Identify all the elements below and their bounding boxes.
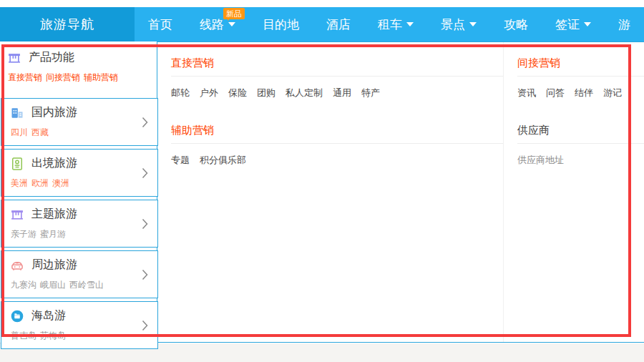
section-auxiliary-marketing: 辅助营销 专题 积分俱乐部 bbox=[171, 124, 503, 167]
nav-item-label: 首页 bbox=[148, 16, 172, 33]
sidebar-item-title: 海岛游 bbox=[31, 308, 66, 323]
nav-item-car-rental[interactable]: 租车 bbox=[364, 7, 427, 41]
menu-link[interactable]: 问答 bbox=[546, 87, 565, 99]
sidebar-sublink[interactable]: 四川 bbox=[11, 127, 28, 139]
section-title: 直接营销 bbox=[171, 57, 503, 77]
sidebar-sublink[interactable]: 间接营销 bbox=[46, 72, 80, 84]
sidebar-item-product-features[interactable]: 产品功能 直接营销 间接营销 辅助营销 bbox=[0, 41, 157, 95]
sidebar-sublinks: 亲子游 蜜月游 bbox=[10, 228, 157, 240]
menu-link[interactable]: 通用 bbox=[333, 87, 351, 99]
nav-item-label: 游 bbox=[618, 16, 630, 33]
sidebar-sublink[interactable]: 峨眉山 bbox=[40, 279, 66, 291]
section-title: 间接营销 bbox=[517, 57, 644, 77]
sidebar-sublink[interactable]: 苏梅岛 bbox=[40, 330, 66, 342]
chevron-right-icon bbox=[142, 269, 148, 280]
nav-item-guides[interactable]: 攻略 bbox=[490, 7, 542, 41]
bridge-icon bbox=[7, 51, 21, 65]
chevron-right-icon bbox=[142, 320, 148, 331]
sidebar-item-island-travel[interactable]: 海岛游 普吉岛 苏梅岛 bbox=[1, 301, 158, 349]
sidebar-sublink[interactable]: 欧洲 bbox=[31, 177, 49, 190]
sidebar-item-outbound-travel[interactable]: 出境旅游 美洲 欧洲 澳洲 bbox=[1, 149, 158, 197]
sidebar-sublink[interactable]: 辅助营销 bbox=[84, 72, 118, 84]
nav-item-label: 目的地 bbox=[263, 16, 299, 33]
sidebar-item-title: 出境旅游 bbox=[31, 156, 77, 171]
nav-item-label: 酒店 bbox=[326, 16, 351, 33]
caret-down-icon bbox=[584, 22, 591, 26]
nav-item-routes[interactable]: 线路 新品 bbox=[186, 7, 249, 41]
nav-item-label: 租车 bbox=[378, 16, 402, 33]
menu-link[interactable]: 游记 bbox=[603, 87, 622, 99]
menu-link[interactable]: 团购 bbox=[257, 87, 275, 99]
mega-menu-panel: 直接营销 邮轮 户外 保险 团购 私人定制 通用 特产 辅助营销 专题 积分俱乐… bbox=[157, 41, 644, 343]
nav-menu: 首页 线路 新品 目的地 酒店 租车 景点 攻略 签证 游 bbox=[135, 7, 644, 41]
sidebar-item-theme-travel[interactable]: 主题旅游 亲子游 蜜月游 bbox=[1, 200, 158, 248]
new-badge: 新品 bbox=[223, 8, 245, 19]
menu-link[interactable]: 保险 bbox=[228, 87, 247, 99]
sidebar-sublink[interactable]: 澳洲 bbox=[52, 177, 69, 190]
caret-down-icon bbox=[406, 22, 414, 26]
nav-item-label: 景点 bbox=[441, 16, 465, 33]
section-links: 资讯 问答 结伴 游记 bbox=[517, 77, 644, 99]
sidebar-sublinks: 四川 西藏 bbox=[10, 127, 157, 139]
nav-item-destinations[interactable]: 目的地 bbox=[249, 7, 313, 41]
passport-icon bbox=[10, 157, 24, 171]
sidebar-sublink[interactable]: 西岭雪山 bbox=[69, 279, 104, 291]
menu-link[interactable]: 邮轮 bbox=[171, 87, 190, 99]
section-links: 供应商地址 bbox=[517, 144, 644, 167]
sidebar-sublink[interactable]: 亲子游 bbox=[11, 228, 36, 240]
sidebar-item-title: 国内旅游 bbox=[31, 105, 77, 120]
sidebar-sublink[interactable]: 直接营销 bbox=[8, 72, 42, 84]
caret-down-icon bbox=[469, 22, 477, 26]
sidebar-sublink[interactable]: 蜜月游 bbox=[40, 228, 66, 240]
section-links: 专题 积分俱乐部 bbox=[171, 144, 503, 167]
menu-link[interactable]: 户外 bbox=[200, 87, 218, 99]
nav-item-label: 攻略 bbox=[504, 16, 528, 33]
chevron-right-icon bbox=[142, 117, 148, 127]
sidebar-item-title: 产品功能 bbox=[29, 50, 74, 65]
menu-link[interactable]: 资讯 bbox=[517, 87, 536, 99]
section-title: 供应商 bbox=[517, 124, 644, 144]
sidebar-sublink[interactable]: 九寨沟 bbox=[11, 279, 36, 291]
sidebar-sublink[interactable]: 美洲 bbox=[11, 177, 28, 190]
category-sidebar: 产品功能 直接营销 间接营销 辅助营销 国内旅游 bbox=[0, 41, 157, 343]
sidebar-sublink[interactable]: 普吉岛 bbox=[11, 330, 36, 342]
sidebar-item-domestic-travel[interactable]: 国内旅游 四川 西藏 bbox=[1, 98, 158, 146]
sidebar-sublink[interactable]: 西藏 bbox=[31, 127, 49, 139]
nav-item-clipped[interactable]: 游 bbox=[605, 7, 644, 41]
sidebar-sublinks: 普吉岛 苏梅岛 bbox=[10, 330, 157, 342]
island-folder-icon bbox=[10, 309, 24, 323]
sidebar-item-nearby-travel[interactable]: 周边旅游 九寨沟 峨眉山 西岭雪山 bbox=[1, 250, 158, 298]
sidebar-item-title: 周边旅游 bbox=[31, 258, 77, 273]
arch-gate-icon bbox=[10, 207, 24, 222]
section-links: 邮轮 户外 保险 团购 私人定制 通用 特产 bbox=[171, 77, 503, 99]
car-icon bbox=[10, 258, 24, 273]
menu-link[interactable]: 供应商地址 bbox=[517, 154, 564, 167]
menu-link[interactable]: 特产 bbox=[361, 87, 380, 99]
chevron-right-icon bbox=[142, 218, 148, 229]
nav-item-label: 签证 bbox=[555, 16, 580, 33]
nav-item-home[interactable]: 首页 bbox=[135, 7, 186, 41]
sidebar-sublinks: 直接营销 间接营销 辅助营销 bbox=[7, 72, 157, 84]
panel-right-column: 间接营销 资讯 问答 结伴 游记 供应商 供应商地址 bbox=[504, 42, 644, 342]
panel-left-column: 直接营销 邮轮 户外 保险 团购 私人定制 通用 特产 辅助营销 专题 积分俱乐… bbox=[157, 42, 504, 342]
menu-link[interactable]: 专题 bbox=[171, 154, 190, 167]
top-navbar: 旅游导航 首页 线路 新品 目的地 酒店 租车 景点 攻略 签证 bbox=[0, 7, 644, 41]
nav-item-visa[interactable]: 签证 bbox=[542, 7, 605, 41]
nav-item-attractions[interactable]: 景点 bbox=[427, 7, 490, 41]
sidebar-item-title: 主题旅游 bbox=[31, 207, 77, 222]
section-supplier: 供应商 供应商地址 bbox=[517, 124, 644, 167]
menu-link[interactable]: 积分俱乐部 bbox=[200, 154, 246, 167]
buildings-icon bbox=[10, 106, 24, 120]
nav-item-label: 线路 bbox=[200, 16, 224, 33]
brand-title: 旅游导航 bbox=[0, 7, 135, 41]
sidebar-sublinks: 美洲 欧洲 澳洲 bbox=[10, 177, 157, 190]
nav-item-hotels[interactable]: 酒店 bbox=[313, 7, 364, 41]
section-title: 辅助营销 bbox=[171, 124, 503, 144]
section-indirect-marketing: 间接营销 资讯 问答 结伴 游记 bbox=[517, 57, 644, 99]
chevron-right-icon bbox=[142, 167, 148, 178]
menu-link[interactable]: 结伴 bbox=[575, 87, 593, 99]
sidebar-sublinks: 九寨沟 峨眉山 西岭雪山 bbox=[10, 279, 157, 291]
section-direct-marketing: 直接营销 邮轮 户外 保险 团购 私人定制 通用 特产 bbox=[171, 57, 503, 99]
menu-link[interactable]: 私人定制 bbox=[286, 87, 323, 99]
